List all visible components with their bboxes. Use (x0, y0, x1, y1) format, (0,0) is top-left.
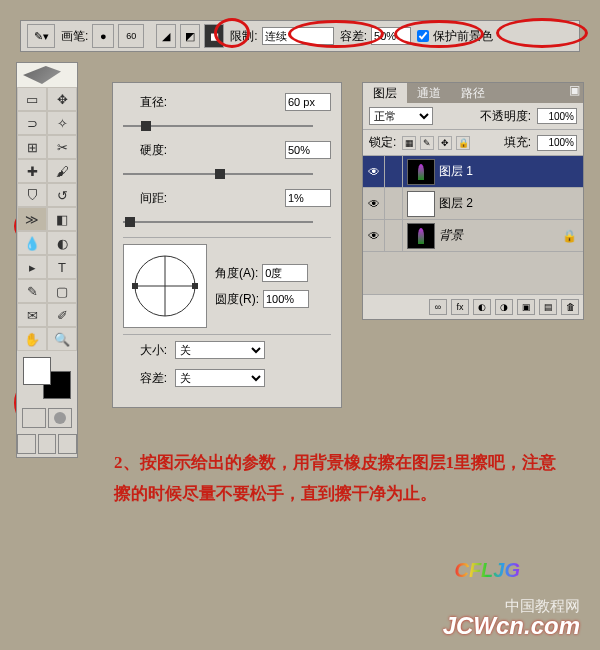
diameter-input[interactable] (285, 93, 331, 111)
gradient-tool[interactable]: ◧ (47, 207, 77, 231)
angle-input[interactable] (262, 264, 308, 282)
fg-color[interactable] (23, 357, 51, 385)
quickmask-on[interactable] (48, 408, 72, 428)
lock-all-icon[interactable]: 🔒 (456, 136, 470, 150)
lock-move-icon[interactable]: ✥ (438, 136, 452, 150)
crop-tool[interactable]: ⊞ (17, 135, 47, 159)
tab-layers[interactable]: 图层 (363, 83, 407, 103)
tolerance-input[interactable] (371, 27, 411, 45)
svg-rect-4 (192, 283, 198, 289)
limit-select[interactable] (262, 27, 334, 45)
quickmask-off[interactable] (22, 408, 46, 428)
brush-settings-panel: 直径: 硬度: 间距: 角度(A): 圆度(R): 大小: 关 容差: 关 (112, 82, 342, 408)
screen-full[interactable] (58, 434, 77, 454)
brush-preview[interactable]: ● (92, 24, 114, 48)
path-select-tool[interactable]: ▸ (17, 255, 47, 279)
sampling-swatch-icon[interactable]: ◼ (204, 24, 224, 48)
brush-size-button[interactable]: 60 (118, 24, 144, 48)
link-cell[interactable] (385, 156, 403, 187)
visibility-icon[interactable]: 👁 (363, 156, 385, 187)
blend-mode-select[interactable]: 正常 (369, 107, 433, 125)
opacity-input[interactable] (537, 108, 577, 124)
panel-menu-icon[interactable]: ▣ (565, 83, 583, 103)
fx-icon[interactable]: fx (451, 299, 469, 315)
slice-tool[interactable]: ✂ (47, 135, 77, 159)
tab-channels[interactable]: 通道 (407, 83, 451, 103)
tol-dyn-label: 容差: (123, 370, 167, 387)
roundness-input[interactable] (263, 290, 309, 308)
link-layers-icon[interactable]: ∞ (429, 299, 447, 315)
adj-layer-icon[interactable]: ◑ (495, 299, 513, 315)
sampling-cont-icon[interactable]: ◢ (156, 24, 176, 48)
toolbox: ▭ ✥ ⊃ ✧ ⊞ ✂ ✚ 🖌 ⛉ ↺ ≫ ◧ 💧 ◐ ▸ T ✎ ▢ ✉ ✐ … (16, 62, 78, 458)
dodge-tool[interactable]: ◐ (47, 231, 77, 255)
toolbox-header (17, 63, 77, 87)
fill-input[interactable] (537, 135, 577, 151)
hardness-label: 硬度: (123, 142, 167, 159)
watermark-url: JCWcn.com (443, 612, 580, 640)
brush-tool[interactable]: 🖌 (47, 159, 77, 183)
layer-name: 背景 (439, 227, 463, 244)
tab-paths[interactable]: 路径 (451, 83, 495, 103)
lock-paint-icon[interactable]: ✎ (420, 136, 434, 150)
roundness-label: 圆度(R): (215, 291, 259, 308)
screen-full-menu[interactable] (38, 434, 57, 454)
wand-tool[interactable]: ✧ (47, 111, 77, 135)
move-tool[interactable]: ✥ (47, 87, 77, 111)
tool-preset-button[interactable]: ✎▾ (27, 24, 55, 48)
link-cell[interactable] (385, 220, 403, 251)
hardness-slider[interactable] (123, 169, 313, 179)
eyedropper-tool[interactable]: ✐ (47, 303, 77, 327)
folder-icon[interactable]: ▣ (517, 299, 535, 315)
tolerance-label: 容差: (340, 28, 367, 45)
size-dyn-label: 大小: (123, 342, 167, 359)
visibility-icon[interactable]: 👁 (363, 220, 385, 251)
color-swatch[interactable] (17, 355, 77, 401)
screen-std[interactable] (17, 434, 36, 454)
marquee-tool[interactable]: ▭ (17, 87, 47, 111)
lock-label: 锁定: (369, 134, 396, 151)
notes-tool[interactable]: ✉ (17, 303, 47, 327)
sampling-once-icon[interactable]: ◩ (180, 24, 200, 48)
layer-row[interactable]: 👁 图层 1 (363, 156, 583, 188)
layer-thumb (407, 223, 435, 249)
instruction-text: 2、按图示给出的参数，用背景橡皮擦在图层1里擦吧，注意擦的时候尽量不要松手，直到… (114, 448, 560, 509)
size-dyn-select[interactable]: 关 (175, 341, 265, 359)
feather-icon (23, 66, 61, 84)
layer-row[interactable]: 👁 背景 🔒 (363, 220, 583, 252)
heal-tool[interactable]: ✚ (17, 159, 47, 183)
hardness-input[interactable] (285, 141, 331, 159)
lasso-tool[interactable]: ⊃ (17, 111, 47, 135)
pen-tool[interactable]: ✎ (17, 279, 47, 303)
stamp-tool[interactable]: ⛉ (17, 183, 47, 207)
lock-icon: 🔒 (562, 229, 577, 243)
protect-fg-checkbox[interactable] (417, 30, 429, 42)
mask-icon[interactable]: ◐ (473, 299, 491, 315)
zoom-tool[interactable]: 🔍 (47, 327, 77, 351)
visibility-icon[interactable]: 👁 (363, 188, 385, 219)
history-brush-tool[interactable]: ↺ (47, 183, 77, 207)
logo-text: CFLJG (454, 559, 520, 582)
lock-trans-icon[interactable]: ▦ (402, 136, 416, 150)
angle-label: 角度(A): (215, 265, 258, 282)
brush-label: 画笔: (61, 28, 88, 45)
type-tool[interactable]: T (47, 255, 77, 279)
spacing-input[interactable] (285, 189, 331, 207)
layer-row[interactable]: 👁 图层 2 (363, 188, 583, 220)
shape-tool[interactable]: ▢ (47, 279, 77, 303)
svg-rect-3 (132, 283, 138, 289)
link-cell[interactable] (385, 188, 403, 219)
tol-dyn-select[interactable]: 关 (175, 369, 265, 387)
trash-icon[interactable]: 🗑 (561, 299, 579, 315)
spacing-slider[interactable] (123, 217, 313, 227)
protect-fg-label: 保护前景色 (433, 28, 493, 45)
angle-control[interactable] (123, 244, 207, 328)
new-layer-icon[interactable]: ▤ (539, 299, 557, 315)
hand-tool[interactable]: ✋ (17, 327, 47, 351)
diameter-label: 直径: (123, 94, 167, 111)
layer-name: 图层 2 (439, 195, 473, 212)
blur-tool[interactable]: 💧 (17, 231, 47, 255)
layer-name: 图层 1 (439, 163, 473, 180)
diameter-slider[interactable] (123, 121, 313, 131)
bg-eraser-tool[interactable]: ≫ (17, 207, 47, 231)
